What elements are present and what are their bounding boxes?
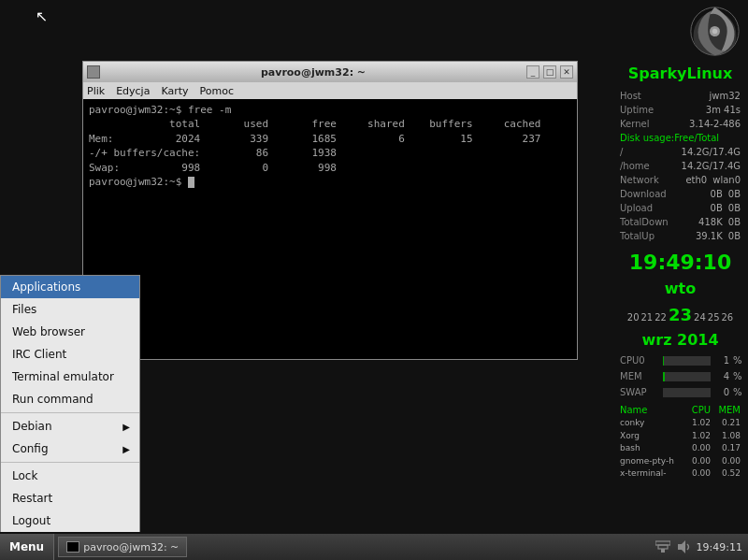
conky-mem-bar-container [663,372,711,381]
menu-item-logout[interactable]: Logout [1,510,139,532]
conky-totalup-wlan: 0B [728,229,741,243]
conky-time: 19:49:10 [620,247,741,278]
terminal-close-button[interactable]: ✕ [560,65,573,79]
conky-proc-rows: conky1.020.21Xorg1.021.08bash0.000.17gno… [620,417,741,481]
conky-host-value: jwm32 [710,89,741,103]
proc-cpu-4: 0.00 [684,467,711,481]
terminal-app-icon [87,65,100,79]
start-button[interactable]: Menu [0,534,54,560]
conky-proc-row-1: Xorg1.021.08 [620,430,741,443]
terminal-titlebar: pavroo@jwm32: ~ _ □ ✕ [83,62,577,82]
terminal-menu-plik[interactable]: Plik [87,85,105,97]
tray-network-icon [655,539,670,554]
conky-kernel-row: Kernel 3.14-2-486 [620,117,741,131]
conky-totaldown-label: TotalDown [620,215,669,229]
start-menu: Applications Files Web browser IRC Clien… [0,275,140,532]
conky-disk-home-label: /home [620,159,650,173]
submenu-arrow-config: ▶ [122,444,130,454]
tray-time: 19:49:11 [697,541,742,553]
conky-cpu-label: CPU0 [620,353,659,367]
menu-item-irc-client[interactable]: IRC Client [1,343,139,366]
proc-mem-0: 0.21 [714,417,741,430]
conky-disk-root-value: 14.2G/17.4G [682,145,741,159]
terminal-menubar: Plik Edycja Karty Pomoc [83,82,577,99]
conky-disk-label: Disk usage:Free/Total [620,131,741,145]
terminal-menu-pomoc[interactable]: Pomoc [200,85,234,97]
menu-item-debian[interactable]: Debian ▶ [1,415,139,438]
conky-uptime-label: Uptime [620,103,654,117]
taskbar-tray: 19:49:11 [655,539,748,554]
proc-name-4: x-terminal- [620,467,681,481]
conky-title: SparkyLinux [620,63,741,85]
conky-kernel-value: 3.14-2-486 [689,117,741,131]
proc-mem-3: 0.00 [714,455,741,468]
menu-item-web-browser[interactable]: Web browser [1,321,139,343]
conky-cpu-pct: % [733,353,741,367]
conky-disk-root-row: / 14.2G/17.4G [620,145,741,159]
conky-uptime-value: 3m 41s [706,103,741,117]
tray-sound-icon [676,539,691,554]
conky-download-wlan: 0B [728,187,741,201]
desktop: ↖ pavroo@jwm32: ~ _ □ ✕ Plik Edycja Kart… [0,0,748,560]
conky-wlan-label: wlan0 [712,173,741,187]
menu-item-run-command[interactable]: Run command [1,388,139,410]
conky-totaldown-eth: 418K [698,215,723,229]
conky-swap-pct: % [733,385,741,399]
submenu-arrow-debian: ▶ [122,422,130,432]
terminal-body[interactable]: pavroo@jwm32:~$ free -m total used free … [83,99,577,359]
taskbar-window-icon [66,541,79,553]
menu-item-applications[interactable]: Applications [1,276,139,298]
conky-mem-label: MEM [620,369,659,383]
conky-download-eth: 0B [711,187,723,201]
conky-network-header: Network eth0 wlan0 [620,173,741,187]
conky-upload-row: Upload 0B 0B [620,201,741,215]
conky-disk-home-value: 14.2G/17.4G [682,159,741,173]
menu-item-restart[interactable]: Restart [1,487,139,510]
conky-proc-row-0: conky1.020.21 [620,417,741,430]
conky-calendar: 20 21 22 23 24 25 26 [620,302,741,327]
menu-item-lock[interactable]: Lock [1,465,139,487]
cal-22: 22 [654,310,667,324]
menu-item-config[interactable]: Config ▶ [1,438,139,460]
conky-day: wto [620,278,741,300]
conky-swap-label: SWAP [620,385,659,399]
conky-upload-label: Upload [620,201,653,215]
conky-disk-home-row: /home 14.2G/17.4G [620,159,741,173]
menu-separator-1 [1,412,139,413]
terminal-menu-edycja[interactable]: Edycja [116,85,150,97]
conky-download-row: Download 0B 0B [620,187,741,201]
proc-cpu-0: 1.02 [684,417,711,430]
terminal-window: pavroo@jwm32: ~ _ □ ✕ Plik Edycja Karty … [82,61,578,360]
conky-proc-cpu-header: CPU [684,403,711,417]
proc-name-0: conky [620,417,681,430]
terminal-maximize-button[interactable]: □ [543,65,556,79]
conky-kernel-label: Kernel [620,117,649,131]
conky-proc-row-4: x-terminal-0.000.52 [620,467,741,481]
conky-proc-row-3: gnome-pty-h0.000.00 [620,455,741,468]
conky-cpu-bar-container [663,356,711,366]
terminal-menu-karty[interactable]: Karty [161,85,188,97]
conky-upload-eth: 0B [711,201,723,215]
conky-upload-wlan: 0B [728,201,741,215]
cal-20: 20 [627,310,640,324]
taskbar-window-button[interactable]: pavroo@jwm32: ~ [58,537,187,557]
conky-totalup-eth: 39.1K [696,229,723,243]
conky-proc-row-2: bash0.000.17 [620,442,741,455]
menu-item-terminal-emulator[interactable]: Terminal emulator [1,366,139,388]
conky-net-label: Network [620,173,659,187]
conky-totaldown-wlan: 0B [728,215,741,229]
terminal-minimize-button[interactable]: _ [526,65,539,79]
conky-logo [620,6,741,61]
menu-item-files[interactable]: Files [1,298,139,321]
terminal-output: pavroo@jwm32:~$ free -m total used free … [89,103,571,189]
conky-host-row: Host jwm32 [620,89,741,103]
conky-proc-header: Name CPU MEM [620,403,741,417]
conky-month: wrz 2014 [620,329,741,352]
conky-mem-pct: % [733,369,741,383]
conky-cpu-value: 1 [714,353,729,367]
svg-marker-6 [678,540,685,553]
conky-totalup-label: TotalUp [620,229,654,243]
conky-proc-mem-header: MEM [714,403,741,417]
conky-proc-name-header: Name [620,403,681,417]
conky-disk-root-label: / [620,145,623,159]
